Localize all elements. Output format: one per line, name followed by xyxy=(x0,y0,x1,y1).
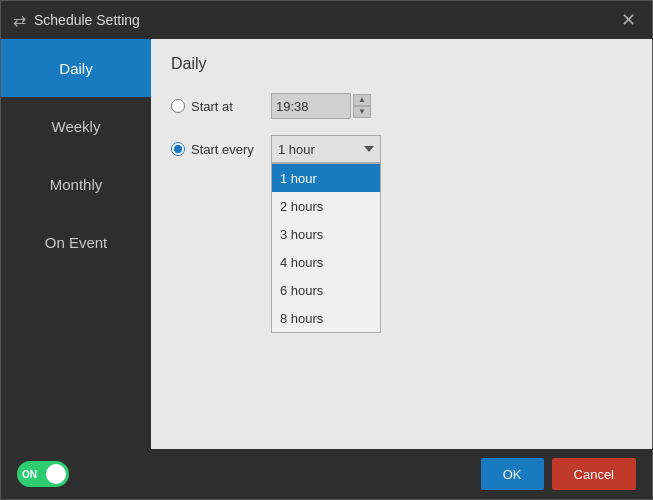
interval-dropdown: 1 hour 1 hour 2 hours 3 hours xyxy=(271,135,381,163)
time-input-wrapper: ▲ ▼ xyxy=(271,93,371,119)
time-spinners: ▲ ▼ xyxy=(353,94,371,118)
toggle-label: ON xyxy=(22,469,37,480)
refresh-icon: ⇄ xyxy=(13,11,26,30)
schedule-setting-dialog: ⇄ Schedule Setting ✕ Daily Weekly Monthl… xyxy=(0,0,653,500)
interval-option-3hours[interactable]: 3 hours xyxy=(272,220,380,248)
start-every-row: Start every 1 hour 1 hour 2 hours xyxy=(171,135,632,163)
dialog-content: Daily Weekly Monthly On Event Daily Star… xyxy=(1,39,652,449)
time-up-button[interactable]: ▲ xyxy=(353,94,371,106)
panel-title: Daily xyxy=(171,55,632,73)
cancel-button[interactable]: Cancel xyxy=(552,458,636,490)
interval-option-1hour[interactable]: 1 hour xyxy=(272,164,380,192)
sidebar-item-monthly[interactable]: Monthly xyxy=(1,155,151,213)
interval-selected-value: 1 hour xyxy=(278,142,315,157)
sidebar-item-on-event[interactable]: On Event xyxy=(1,213,151,271)
sidebar: Daily Weekly Monthly On Event xyxy=(1,39,151,449)
start-at-row: Start at ▲ ▼ xyxy=(171,93,632,119)
start-every-radio[interactable] xyxy=(171,142,185,156)
start-at-radio-label[interactable]: Start at xyxy=(171,99,271,114)
sidebar-item-weekly[interactable]: Weekly xyxy=(1,97,151,155)
time-down-button[interactable]: ▼ xyxy=(353,106,371,118)
interval-dropdown-trigger[interactable]: 1 hour xyxy=(271,135,381,163)
interval-option-2hours[interactable]: 2 hours xyxy=(272,192,380,220)
toggle-knob xyxy=(46,464,66,484)
interval-option-4hours[interactable]: 4 hours xyxy=(272,248,380,276)
dialog-title: Schedule Setting xyxy=(34,12,617,28)
interval-option-6hours[interactable]: 6 hours xyxy=(272,276,380,304)
panel: Daily Start at ▲ ▼ xyxy=(151,39,652,449)
interval-dropdown-menu: 1 hour 2 hours 3 hours 4 hours 6 hours xyxy=(271,163,381,333)
time-input[interactable] xyxy=(271,93,351,119)
dropdown-arrow-icon xyxy=(364,146,374,152)
start-every-radio-label[interactable]: Start every xyxy=(171,142,271,157)
interval-option-8hours[interactable]: 8 hours xyxy=(272,304,380,332)
close-button[interactable]: ✕ xyxy=(617,9,640,31)
toggle-container: ON xyxy=(17,461,69,487)
on-off-toggle[interactable]: ON xyxy=(17,461,69,487)
sidebar-item-daily[interactable]: Daily xyxy=(1,39,151,97)
title-bar: ⇄ Schedule Setting ✕ xyxy=(1,1,652,39)
ok-button[interactable]: OK xyxy=(481,458,544,490)
footer: ON OK Cancel xyxy=(1,449,652,499)
start-at-radio[interactable] xyxy=(171,99,185,113)
